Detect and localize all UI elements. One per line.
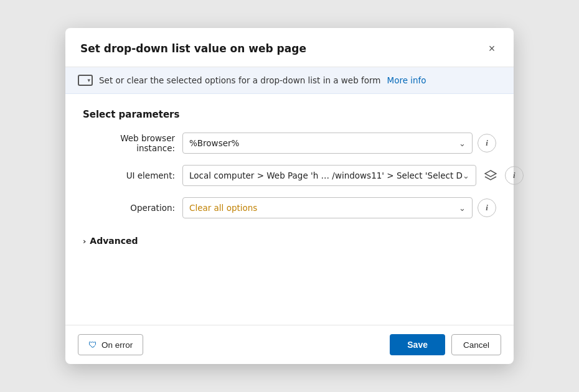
layers-icon	[484, 169, 497, 182]
on-error-button[interactable]: 🛡 On error	[78, 334, 143, 355]
ui-element-value: Local computer > Web Page 'h … /windows1…	[189, 170, 463, 180]
info-icon: i	[513, 170, 515, 180]
info-banner: Set or clear the selected options for a …	[65, 67, 514, 94]
dialog-title: Set drop-down list value on web page	[80, 42, 306, 55]
web-browser-value: %Browser%	[189, 138, 239, 148]
banner-text: Set or clear the selected options for a …	[99, 75, 381, 85]
chevron-down-icon: ⌄	[459, 203, 466, 213]
web-browser-dropdown[interactable]: %Browser% ⌄	[182, 133, 473, 154]
chevron-down-icon: ⌄	[463, 171, 469, 180]
ui-element-dropdown[interactable]: Local computer > Web Page 'h … /windows1…	[182, 165, 476, 186]
dialog: Set drop-down list value on web page × S…	[65, 28, 514, 364]
save-button[interactable]: Save	[390, 334, 445, 355]
operation-label: Operation:	[83, 203, 175, 213]
web-browser-info-button[interactable]: i	[478, 134, 496, 152]
operation-control-group: Clear all options ⌄ i	[182, 197, 496, 218]
layers-button[interactable]	[481, 166, 500, 185]
operation-row: Operation: Clear all options ⌄ i	[83, 197, 496, 218]
web-browser-label: Web browser instance:	[83, 133, 175, 153]
dialog-footer: 🛡 On error Save Cancel	[65, 325, 514, 364]
ui-element-label: UI element:	[83, 170, 175, 180]
dialog-titlebar: Set drop-down list value on web page ×	[65, 28, 514, 67]
section-title: Select parameters	[83, 109, 496, 120]
operation-dropdown[interactable]: Clear all options ⌄	[182, 197, 473, 218]
ui-element-row: UI element: Local computer > Web Page 'h…	[83, 165, 496, 186]
info-icon: i	[486, 203, 488, 213]
operation-value: Clear all options	[189, 203, 257, 213]
dialog-body: Select parameters Web browser instance: …	[65, 94, 514, 325]
footer-right: Save Cancel	[390, 334, 501, 355]
on-error-label: On error	[101, 340, 133, 350]
web-browser-control-group: %Browser% ⌄ i	[182, 133, 496, 154]
info-icon: i	[486, 138, 488, 148]
chevron-right-icon: ›	[83, 236, 86, 246]
ui-element-control-group: Local computer > Web Page 'h … /windows1…	[182, 165, 524, 186]
dropdown-icon	[78, 75, 93, 86]
more-info-link[interactable]: More info	[387, 75, 426, 85]
chevron-down-icon: ⌄	[459, 139, 466, 148]
shield-icon: 🛡	[88, 340, 97, 350]
web-browser-row: Web browser instance: %Browser% ⌄ i	[83, 133, 496, 154]
svg-marker-0	[485, 170, 496, 177]
ui-element-info-button[interactable]: i	[505, 166, 524, 185]
advanced-section[interactable]: › Advanced	[83, 230, 138, 252]
cancel-button[interactable]: Cancel	[451, 334, 501, 355]
close-button[interactable]: ×	[482, 39, 501, 58]
operation-info-button[interactable]: i	[478, 198, 496, 217]
advanced-label: Advanced	[90, 236, 138, 246]
